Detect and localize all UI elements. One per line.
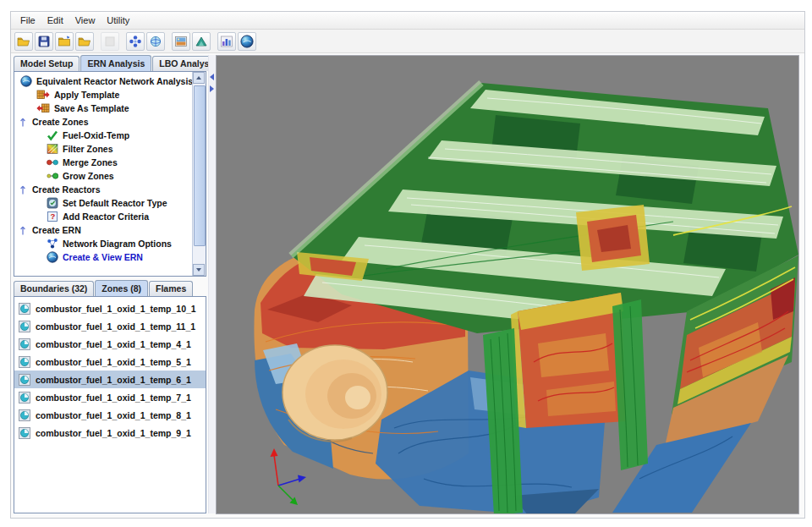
scrollbar-thumb[interactable]	[194, 85, 206, 246]
open-folder-icon	[78, 35, 91, 48]
tab-boundaries[interactable]: Boundaries (32)	[14, 281, 94, 296]
new-folder-button[interactable]	[55, 32, 74, 51]
cluster-icon	[129, 35, 142, 48]
menu-bar: File Edit View Utility	[11, 12, 804, 30]
tree-item-merge-zones[interactable]: Merge Zones	[14, 156, 193, 169]
zone-icon	[19, 427, 30, 439]
ern-sphere-icon	[20, 75, 32, 87]
filter-zones-icon	[47, 143, 58, 155]
cluster-button[interactable]	[126, 32, 145, 51]
ern-analysis-tree: Equivalent Reactor Network Analysis Appl…	[14, 72, 193, 276]
grow-zones-icon	[47, 170, 58, 182]
tree-item-add-reactor-criteria[interactable]: Add Reactor Criteria	[14, 210, 193, 223]
menu-utility[interactable]: Utility	[101, 14, 135, 27]
tree-item-create-and-view-ern[interactable]: Create & View ERN	[14, 250, 193, 264]
zone-list-item-selected[interactable]: combustor_fuel_1_oxid_1_temp_6_1	[14, 371, 206, 388]
reactor-type-icon	[47, 197, 58, 209]
tree-item-filter-zones[interactable]: Filter Zones	[14, 142, 193, 156]
zone-icon	[19, 392, 30, 403]
tab-flames[interactable]: Flames	[149, 281, 193, 296]
zone-list-item[interactable]: combustor_fuel_1_oxid_1_temp_8_1	[14, 406, 206, 424]
tab-ern-analysis[interactable]: ERN Analysis	[80, 55, 151, 71]
zone-icon	[19, 374, 30, 386]
group-handle-icon	[19, 224, 27, 236]
zone-icon	[19, 356, 30, 368]
save-button[interactable]	[35, 32, 53, 51]
fuel-nozzle-cone	[283, 345, 387, 442]
image-capture-button[interactable]	[172, 32, 190, 51]
tree-item-apply-template[interactable]: Apply Template	[14, 88, 193, 102]
tree-item-set-default-reactor-type[interactable]: Set Default Reactor Type	[14, 196, 193, 210]
globe-button[interactable]	[146, 32, 165, 51]
toolbar	[11, 30, 804, 53]
merge-zones-icon	[47, 156, 58, 168]
zone-list-item[interactable]: combustor_fuel_1_oxid_1_temp_9_1	[14, 424, 206, 442]
reactor-criteria-icon	[47, 211, 58, 222]
zone-icon	[19, 321, 30, 332]
surface-icon	[195, 35, 208, 48]
tree-group-create-zones[interactable]: Create Zones	[14, 115, 193, 129]
menu-view[interactable]: View	[69, 14, 102, 27]
menu-edit[interactable]: Edit	[41, 14, 69, 27]
triangle-down-icon	[196, 268, 201, 272]
group-handle-icon	[19, 184, 27, 195]
group-handle-icon	[19, 116, 27, 128]
zone-list-item[interactable]: combustor_fuel_1_oxid_1_temp_4_1	[14, 335, 206, 353]
open-file-button[interactable]	[14, 32, 33, 51]
image-capture-icon	[174, 35, 188, 48]
save-icon	[37, 35, 51, 48]
zones-list-panel: combustor_fuel_1_oxid_1_temp_10_1 combus…	[14, 296, 206, 513]
collapse-right-icon[interactable]	[210, 85, 214, 92]
tree-item-ern-analysis-root[interactable]: Equivalent Reactor Network Analysis	[14, 74, 193, 88]
open-folder-button[interactable]	[75, 32, 94, 51]
disabled-blank-icon	[103, 35, 117, 48]
tree-scrollbar[interactable]	[192, 72, 206, 276]
apply-template-icon	[36, 89, 50, 101]
network-diagram-icon	[47, 238, 58, 250]
tree-group-create-ern[interactable]: Create ERN	[14, 223, 193, 237]
tree-item-fuel-oxid-temp[interactable]: Fuel-Oxid-Temp	[14, 129, 193, 142]
new-folder-icon	[58, 35, 71, 48]
open-file-icon	[17, 35, 30, 48]
ern-sphere-icon	[240, 35, 254, 48]
zones-tab-bar: Boundaries (32) Zones (8) Flames	[14, 280, 194, 296]
zone-icon	[19, 409, 30, 421]
zone-icon	[19, 338, 30, 350]
tree-item-grow-zones[interactable]: Grow Zones	[14, 169, 193, 183]
zone-list-item[interactable]: combustor_fuel_1_oxid_1_temp_11_1	[14, 317, 206, 335]
axis-triad	[271, 448, 307, 505]
tree-item-save-as-template[interactable]: Save As Template	[14, 102, 193, 115]
scroll-up-button[interactable]	[193, 72, 205, 84]
disabled-button	[101, 32, 119, 51]
scroll-down-button[interactable]	[193, 264, 205, 276]
tree-group-create-reactors[interactable]: Create Reactors	[14, 183, 193, 196]
surface-button[interactable]	[192, 32, 211, 51]
tab-zones[interactable]: Zones (8)	[95, 280, 148, 296]
application-window: File Edit View Utility Model Setup ERN A…	[10, 11, 805, 519]
ern-sphere-icon	[47, 251, 58, 263]
menu-file[interactable]: File	[14, 14, 41, 27]
green-check-icon	[47, 129, 58, 141]
collapse-left-icon[interactable]	[210, 74, 214, 80]
tab-model-setup[interactable]: Model Setup	[14, 56, 80, 71]
zone-list-item[interactable]: combustor_fuel_1_oxid_1_temp_10_1	[14, 299, 206, 317]
analysis-tab-bar: Model Setup ERN Analysis LBO Analysis	[14, 55, 224, 71]
chart-icon	[220, 35, 233, 48]
globe-icon	[149, 35, 162, 48]
triangle-up-icon	[196, 76, 201, 80]
zone-list-item[interactable]: combustor_fuel_1_oxid_1_temp_7_1	[14, 388, 206, 406]
ern-sphere-button[interactable]	[238, 32, 256, 51]
ern-analysis-tree-panel: Equivalent Reactor Network Analysis Appl…	[14, 71, 206, 277]
zone-list-item[interactable]: combustor_fuel_1_oxid_1_temp_5_1	[14, 353, 206, 371]
save-as-template-icon	[36, 102, 50, 114]
zone-icon	[19, 303, 30, 315]
tree-item-network-diagram-options[interactable]: Network Diagram Options	[14, 237, 193, 250]
viewport-3d[interactable]	[216, 55, 799, 514]
combustor-3d-model	[217, 56, 799, 514]
chart-button[interactable]	[217, 32, 236, 51]
